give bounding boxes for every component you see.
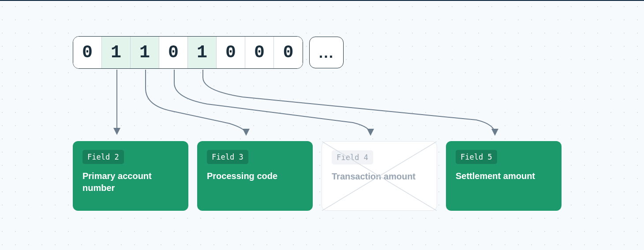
bit-cell: 0 (245, 37, 274, 68)
ellipsis-box: ... (309, 37, 344, 68)
field-badge: Field 2 (82, 150, 124, 164)
bit-cell: 0 (73, 37, 102, 68)
bitmap-box: 0 1 1 0 1 0 0 0 (73, 36, 303, 69)
field-description: Transaction amount (332, 171, 427, 183)
bit-cell: 1 (131, 37, 159, 68)
field-cards-row: Field 2 Primary account number Field 3 P… (73, 141, 562, 211)
field-card-5: Field 5 Settlement amount (446, 141, 562, 211)
bitmap-row: 0 1 1 0 1 0 0 0 ... (73, 36, 344, 69)
field-card-3: Field 3 Processing code (197, 141, 313, 211)
field-badge: Field 4 (332, 150, 373, 164)
bit-cell: 1 (102, 37, 131, 68)
field-description: Processing code (207, 170, 303, 182)
bit-cell: 0 (159, 37, 188, 68)
arrow-field-3 (146, 70, 246, 134)
arrow-field-5 (203, 70, 495, 134)
arrow-field-4 (174, 70, 371, 134)
bit-cell: 1 (188, 37, 217, 68)
field-card-2: Field 2 Primary account number (73, 141, 188, 211)
diagram-container: 0 1 1 0 1 0 0 0 ... Field 2 Primary acco… (0, 0, 644, 250)
field-description: Primary account number (82, 170, 179, 194)
field-badge: Field 3 (207, 150, 248, 164)
field-card-4: Field 4 Transaction amount (322, 141, 437, 211)
bit-cell: 0 (217, 37, 245, 68)
bit-cell: 0 (274, 37, 303, 68)
field-badge: Field 5 (456, 150, 497, 164)
field-description: Settlement amount (456, 170, 552, 182)
